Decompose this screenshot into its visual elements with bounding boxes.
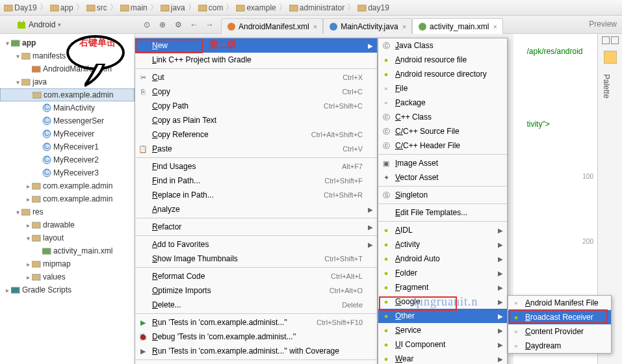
breadcrumb-item[interactable]: src (86, 3, 107, 12)
menu-item[interactable]: ▶Run 'Tests in 'com.example.administ...'… (135, 315, 377, 330)
collapse-icon[interactable]: ⊙ (139, 18, 155, 32)
menu-item[interactable]: ●Google▶ (378, 294, 507, 309)
editor-tab[interactable]: MainActivity.java× (323, 18, 412, 34)
menu-item[interactable]: Replace in Path...Ctrl+Shift+R (135, 188, 377, 202)
menu-item[interactable]: Delete...Delete (135, 298, 377, 312)
menu-item[interactable]: ⓈSingleton (378, 188, 507, 202)
preview-tab[interactable]: Preview (589, 20, 617, 29)
menu-item[interactable]: ●Wear▶ (378, 352, 507, 364)
tree-row[interactable]: ▸Gradle Scripts (0, 283, 135, 296)
menu-item[interactable]: ●Android resource file (378, 53, 507, 67)
editor-tab[interactable]: activity_main.xml× (412, 18, 503, 34)
tree-twisty[interactable]: ▾ (4, 40, 10, 47)
menu-item[interactable]: ●Broadcast Receiver (508, 310, 611, 324)
menu-item[interactable]: Reformat CodeCtrl+Alt+L (135, 269, 377, 283)
module-combo[interactable]: Android ▾ (17, 20, 61, 29)
menu-item[interactable]: New▶ (135, 38, 377, 53)
tree-twisty[interactable]: ▾ (14, 79, 21, 86)
tree-twisty[interactable]: ▸ (25, 274, 31, 281)
menu-item[interactable]: Edit File Templates... (378, 205, 507, 220)
palette-icon2[interactable] (611, 36, 619, 44)
tree-row[interactable]: ▾layout (0, 231, 135, 244)
menu-item[interactable]: ●Activity▶ (378, 237, 507, 252)
menu-item[interactable]: ●Android resource directory (378, 67, 507, 81)
breadcrumb-item[interactable]: java (161, 3, 185, 12)
nav-right-icon[interactable]: → (201, 18, 217, 32)
tree-twisty[interactable]: ▾ (25, 235, 31, 242)
menu-item[interactable]: ●Folder▶ (378, 266, 507, 280)
breadcrumb-item[interactable]: com (198, 3, 224, 12)
menu-item[interactable]: 📋PasteCtrl+V (135, 142, 377, 156)
tree-row[interactable]: ▾app (0, 36, 135, 49)
tree-twisty[interactable]: ▾ (14, 53, 21, 60)
tree-twisty[interactable]: ▸ (4, 287, 10, 294)
menu-item[interactable]: Copy as Plain Text (135, 113, 377, 127)
menu-item[interactable]: ⎘CopyCtrl+C (135, 84, 377, 99)
menu-item[interactable]: 🐞Debug 'Tests in 'com.example.administ..… (135, 330, 377, 344)
menu-item[interactable]: Copy PathCtrl+Shift+C (135, 99, 377, 113)
menu-item[interactable]: ✂CutCtrl+X (135, 70, 377, 84)
tree-row[interactable]: CMyReceiver (0, 127, 135, 140)
menu-item[interactable]: ●Other▶ (378, 309, 507, 323)
tree-row[interactable]: ▾java (0, 75, 135, 88)
tree-row[interactable]: CMyReceiver2 (0, 153, 135, 166)
settings-icon[interactable]: ⚙ (170, 18, 186, 32)
tree-row[interactable]: ▸values (0, 270, 135, 283)
menu-item[interactable]: ▫Package (378, 96, 507, 110)
tree-row[interactable]: ▾manifests (0, 49, 135, 62)
tree-row[interactable]: CMyReceiver1 (0, 140, 135, 153)
menu-item[interactable]: ●Fragment▶ (378, 280, 507, 294)
tree-row[interactable]: CMyReceiver3 (0, 166, 135, 179)
tree-row[interactable]: AndroidManifest.xm (0, 62, 135, 75)
menu-item[interactable]: ●UI Component▶ (378, 337, 507, 352)
menu-item[interactable]: ●Service▶ (378, 323, 507, 337)
close-icon[interactable]: × (402, 23, 406, 31)
tree-twisty[interactable]: ▸ (25, 222, 31, 229)
menu-item[interactable]: Create 'Tests in 'com.example.administra… (135, 361, 377, 364)
tree-row[interactable]: ▾res (0, 205, 135, 218)
menu-item[interactable]: ▫Android Manifest File (508, 296, 611, 310)
breadcrumb-item[interactable]: main (120, 3, 148, 12)
menu-item[interactable]: Refactor▶ (135, 220, 377, 234)
menu-item[interactable]: Find UsagesAlt+F7 (135, 159, 377, 174)
menu-item[interactable]: ⓒC/C++ Header File (378, 138, 507, 153)
menu-item[interactable]: Copy ReferenceCtrl+Alt+Shift+C (135, 127, 377, 142)
close-icon[interactable]: × (313, 23, 317, 31)
editor-tab[interactable]: AndroidManifest.xml× (221, 18, 323, 34)
breadcrumb-item[interactable]: day19 (357, 3, 389, 12)
menu-item[interactable]: Add to Favorites▶ (135, 237, 377, 252)
palette-swatch[interactable] (604, 51, 617, 64)
tree-row[interactable]: ▸drawable (0, 218, 135, 231)
menu-item[interactable]: Find in Path...Ctrl+Shift+F (135, 174, 377, 188)
menu-item[interactable]: ▶Run 'Tests in 'com.example.administ...'… (135, 344, 377, 358)
menu-item[interactable]: ⒸJava Class (378, 38, 507, 53)
breadcrumb-item[interactable]: Day19 (4, 3, 37, 12)
menu-item[interactable]: ⓒC++ Class (378, 110, 507, 124)
menu-item[interactable]: Show Image ThumbnailsCtrl+Shift+T (135, 252, 377, 266)
menu-item[interactable]: ⓒC/C++ Source File (378, 124, 507, 138)
expand-icon[interactable]: ⊕ (155, 18, 170, 32)
menu-item[interactable]: ●AIDL▶ (378, 223, 507, 237)
menu-item[interactable]: ▫Content Provider (508, 324, 611, 339)
menu-item[interactable]: Analyze▶ (135, 202, 377, 216)
breadcrumb-item[interactable]: example (236, 3, 276, 12)
tree-row[interactable]: ▸com.example.admin (0, 192, 135, 205)
menu-item[interactable]: ●Android Auto▶ (378, 252, 507, 266)
breadcrumb-item[interactable]: app (50, 3, 73, 12)
tree-row[interactable]: activity_main.xml (0, 244, 135, 257)
palette-icon[interactable] (602, 36, 610, 44)
tree-twisty[interactable]: ▸ (25, 261, 31, 268)
tree-twisty[interactable]: ▾ (14, 209, 21, 216)
tree-row[interactable]: ▸com.example.admin (0, 179, 135, 192)
tree-row[interactable]: CMainActivity (0, 101, 135, 114)
close-icon[interactable]: × (493, 23, 497, 31)
tree-row[interactable]: CMessengerSer (0, 114, 135, 127)
tree-twisty[interactable]: ▸ (25, 183, 31, 190)
menu-item[interactable]: Link C++ Project with Gradle (135, 53, 377, 67)
menu-item[interactable]: ▫Daydream (508, 339, 611, 353)
nav-left-icon[interactable]: ← (186, 18, 201, 32)
tree-row[interactable]: com.example.admin (0, 88, 135, 101)
tree-twisty[interactable]: ▸ (25, 196, 31, 203)
menu-item[interactable]: ✦Vector Asset (378, 170, 507, 185)
menu-item[interactable]: ▣Image Asset (378, 156, 507, 170)
